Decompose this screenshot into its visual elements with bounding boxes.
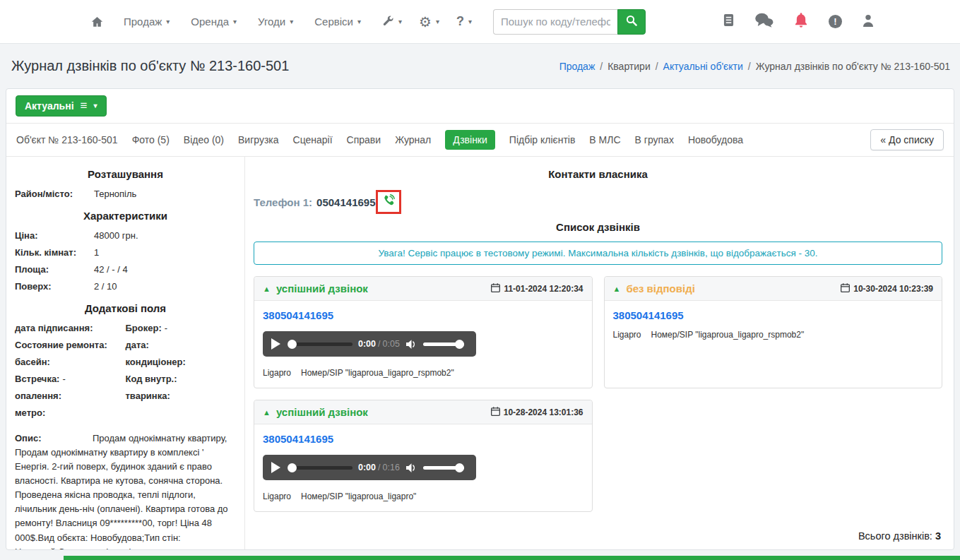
field-value: - <box>165 323 167 333</box>
call-datetime-text: 11-01-2024 12:20:34 <box>504 284 583 294</box>
search-input[interactable] <box>493 9 617 35</box>
tab-client-selection[interactable]: Підбір клієнтів <box>509 134 576 145</box>
call-status-toggle[interactable]: ▲ успішний дзвінок <box>263 406 368 418</box>
tabs-row: Об'єкт № 213-160-501 Фото (5) Відео (0) … <box>6 124 954 157</box>
total-time: 0:16 <box>383 463 400 472</box>
search-icon <box>626 15 637 28</box>
calls-main: Контакти власника Телефон 1: 0504141695 … <box>245 157 954 550</box>
hamburger-icon: ≡ <box>81 100 88 112</box>
tab-journal[interactable]: Журнал <box>395 134 431 145</box>
call-source-detail: Номер/SIP "ligaproua_ligapro_rspmob2" <box>301 368 454 378</box>
owner-contacts-heading: Контакти власника <box>252 168 944 180</box>
call-status-label: успішний дзвінок <box>276 282 368 294</box>
tab-upload[interactable]: Вигрузка <box>238 134 279 145</box>
panel-content: Розташування Район/місто: Тернопіль Хара… <box>6 157 954 550</box>
field-label: Кільк. кімнат: <box>15 244 94 261</box>
extra-fields-grid: дата підписання: Состояние ремонта: басе… <box>15 320 236 422</box>
description-block: Опис:Продам однокімнатну квартиру, Прода… <box>15 431 236 550</box>
search-group <box>493 9 646 35</box>
tab-calls[interactable]: Дзвінки <box>445 130 495 150</box>
calls-list-heading: Список дзвінків <box>252 221 944 233</box>
extra-field: дата: <box>126 337 237 354</box>
tab-photos[interactable]: Фото (5) <box>132 134 170 145</box>
call-datetime: 10-30-2024 10:23:39 <box>841 283 933 294</box>
call-phone-link[interactable]: 380504141695 <box>263 433 333 445</box>
extra-field: Встречка:- <box>15 371 126 388</box>
menu-services[interactable]: Сервіси ▾ <box>314 16 361 28</box>
alerts-icon[interactable]: ! <box>829 15 842 28</box>
description-text: Продам однокімнатну квартиру, Продам одн… <box>15 433 228 550</box>
audio-player: 0:00/0:16 <box>263 455 476 480</box>
characteristics-heading: Характеристики <box>15 210 236 222</box>
field-label: дата підписання: <box>15 323 93 333</box>
menu-deals[interactable]: Угоди ▾ <box>258 16 293 28</box>
field-label: Встречка: <box>15 374 59 384</box>
call-source: Ligapro Номер/SIP "ligaproua_ligapro_rsp… <box>263 368 583 378</box>
breadcrumb-sales[interactable]: Продаж <box>559 61 595 72</box>
tab-newbuild[interactable]: Новобудова <box>688 134 743 145</box>
call-status-toggle[interactable]: ▲ без відповіді <box>613 282 695 294</box>
bottom-green-bar <box>64 556 960 560</box>
breadcrumb-separator: / <box>656 61 658 72</box>
call-card-header: ▲ успішний дзвінок 11-01-2024 12:20:34 <box>254 277 592 301</box>
volume-slider[interactable] <box>423 463 464 472</box>
caret-down-icon: ▾ <box>468 18 472 25</box>
field-value: 42 / - / 4 <box>94 261 128 278</box>
tab-object[interactable]: Об'єкт № 213-160-501 <box>16 134 118 145</box>
status-dropdown-button[interactable]: Актуальні ≡ ▾ <box>16 95 107 117</box>
call-phone-link[interactable]: 380504141695 <box>263 309 333 321</box>
tab-mls[interactable]: В МЛС <box>589 134 620 145</box>
caret-up-icon: ▲ <box>263 285 271 293</box>
call-button[interactable] <box>376 190 401 214</box>
journal-icon[interactable] <box>723 13 734 30</box>
speaker-icon[interactable] <box>405 339 417 350</box>
search-button[interactable] <box>617 9 646 35</box>
field-label: опалення: <box>15 391 61 401</box>
tab-video[interactable]: Відео (0) <box>184 134 224 145</box>
breadcrumb-actual-objects[interactable]: Актуальні об'єкти <box>663 61 743 72</box>
call-source-detail: Номер/SIP "ligaproua_ligapro" <box>301 492 416 501</box>
call-phone-link[interactable]: 380504141695 <box>613 309 684 321</box>
extra-fields-left-column: дата підписання: Состояние ремонта: басе… <box>15 320 126 422</box>
seek-slider[interactable] <box>288 340 352 349</box>
speaker-icon[interactable] <box>405 463 417 473</box>
call-card: ▲ без відповіді 10-30-2024 10:23:39 3805… <box>604 276 943 388</box>
caret-down-icon: ▾ <box>290 18 293 25</box>
volume-slider[interactable] <box>423 340 464 349</box>
tab-scenarios[interactable]: Сценарії <box>293 134 333 145</box>
menu-tools[interactable]: ▾ <box>382 15 402 29</box>
menu-sales-label: Продаж <box>124 16 162 28</box>
description-label: Опис: <box>15 431 93 446</box>
tab-groups[interactable]: В групах <box>635 134 674 145</box>
menu-help[interactable]: ? ▾ <box>456 14 472 29</box>
caret-up-icon: ▲ <box>263 408 271 417</box>
call-status-toggle[interactable]: ▲ успішний дзвінок <box>263 282 368 294</box>
field-label: Площа: <box>15 261 94 278</box>
extra-field: опалення: <box>15 388 126 405</box>
menu-rent[interactable]: Оренда ▾ <box>191 16 237 28</box>
user-icon[interactable] <box>863 14 874 30</box>
tab-tasks[interactable]: Справи <box>347 134 381 145</box>
menu-settings[interactable]: ⚙ ▾ <box>419 15 439 29</box>
call-datetime: 10-28-2024 13:01:36 <box>491 407 583 418</box>
field-label: метро: <box>15 407 45 418</box>
extra-field: метро: <box>15 405 126 422</box>
call-card-header: ▲ успішний дзвінок 10-28-2024 13:01:36 <box>254 400 592 424</box>
field-label: басейн: <box>15 357 50 367</box>
home-icon[interactable] <box>90 16 104 28</box>
status-button-label: Актуальні <box>25 100 74 112</box>
calls-grid: ▲ успішний дзвінок 11-01-2024 12:20:34 3… <box>254 276 942 512</box>
property-sidebar: Розташування Район/місто: Тернопіль Хара… <box>6 157 245 550</box>
play-icon[interactable] <box>271 462 280 473</box>
call-source: Ligapro Номер/SIP "ligaproua_ligapro" <box>263 492 583 501</box>
call-source-detail: Номер/SIP "ligaproua_ligapro_rspmob2" <box>651 330 805 340</box>
back-to-list-button[interactable]: « До списку <box>870 129 944 150</box>
caret-down-icon: ▾ <box>357 18 361 25</box>
call-source-name: Ligapro <box>263 492 291 501</box>
bell-icon[interactable] <box>794 12 808 31</box>
wrench-icon <box>382 15 394 29</box>
play-icon[interactable] <box>271 338 280 350</box>
menu-sales[interactable]: Продаж ▾ <box>124 16 170 28</box>
chat-icon[interactable] <box>754 13 774 30</box>
seek-slider[interactable] <box>288 463 352 472</box>
